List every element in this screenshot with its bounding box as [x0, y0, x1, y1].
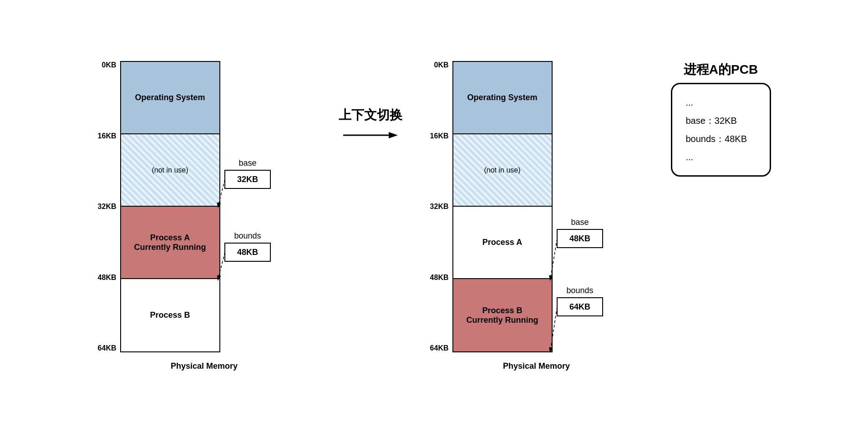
- svg-text:base: base: [239, 158, 256, 168]
- right-diagram-wrapper: 0KB 16KB 32KB 48KB 64KB Operating System…: [430, 61, 644, 371]
- main-container: 0KB 16KB 32KB 48KB 64KB Operating System…: [0, 43, 868, 389]
- context-switch-label: 上下文切换: [339, 107, 402, 124]
- right-memory-column: Operating System (not in use) Process A …: [452, 61, 553, 352]
- left-diagram-wrapper: 0KB 16KB 32KB 48KB 64KB Operating System…: [97, 61, 311, 371]
- left-memory-column: Operating System (not in use) Process A …: [120, 61, 220, 352]
- left-labels: 0KB 16KB 32KB 48KB 64KB: [97, 61, 120, 352]
- left-memory-with-labels: 0KB 16KB 32KB 48KB 64KB Operating System…: [97, 61, 311, 352]
- left-label-0kb: 0KB: [97, 61, 117, 69]
- pcb-line-1: base：32KB: [686, 112, 756, 130]
- center-arrow: 上下文切换: [339, 61, 402, 142]
- svg-text:48KB: 48KB: [237, 248, 258, 257]
- left-seg-unused: (not in use): [121, 134, 219, 207]
- svg-text:base: base: [571, 218, 589, 227]
- right-memory-with-labels: 0KB 16KB 32KB 48KB 64KB Operating System…: [430, 61, 644, 352]
- right-seg-unused: (not in use): [453, 134, 552, 207]
- pcb-line-3: ...: [686, 148, 756, 166]
- svg-text:bounds: bounds: [566, 286, 593, 295]
- pcb-area: 进程A的PCB ... base：32KB bounds：48KB ...: [671, 61, 771, 177]
- svg-text:bounds: bounds: [234, 231, 261, 240]
- right-label-48kb: 48KB: [430, 274, 449, 282]
- right-memory-label: Physical Memory: [503, 361, 570, 371]
- arrow-svg: [343, 128, 398, 142]
- svg-marker-9: [389, 132, 398, 138]
- left-label-16kb: 16KB: [97, 132, 117, 140]
- right-seg-process-b-active: Process B Currently Running: [453, 279, 552, 351]
- right-label-32kb: 32KB: [430, 203, 449, 211]
- left-label-48kb: 48KB: [97, 274, 117, 282]
- svg-text:32KB: 32KB: [237, 175, 258, 184]
- pcb-line-0: ...: [686, 93, 756, 112]
- pcb-line-2: bounds：48KB: [686, 130, 756, 148]
- right-memory-diagram: 0KB 16KB 32KB 48KB 64KB Operating System…: [430, 61, 644, 371]
- left-seg-os: Operating System: [121, 62, 219, 134]
- left-memory-diagram: 0KB 16KB 32KB 48KB 64KB Operating System…: [97, 61, 311, 371]
- right-labels: 0KB 16KB 32KB 48KB 64KB: [430, 61, 452, 352]
- right-seg-os: Operating System: [453, 62, 552, 134]
- right-seg-process-a: Process A: [453, 207, 552, 279]
- svg-text:64KB: 64KB: [569, 302, 590, 311]
- left-label-64kb: 64KB: [97, 344, 117, 352]
- left-memory-label: Physical Memory: [171, 361, 238, 371]
- left-seg-process-a-active: Process A Currently Running: [121, 207, 219, 279]
- pcb-box: ... base：32KB bounds：48KB ...: [671, 83, 771, 177]
- right-label-0kb: 0KB: [430, 61, 449, 69]
- left-seg-process-b: Process B: [121, 279, 219, 351]
- pcb-title: 进程A的PCB: [684, 61, 758, 78]
- right-label-16kb: 16KB: [430, 132, 449, 140]
- left-arrows-svg: base 32KB bounds 48KB: [220, 61, 311, 352]
- right-arrows-svg: base 48KB bounds 64KB: [553, 61, 644, 352]
- right-label-64kb: 64KB: [430, 344, 449, 352]
- svg-text:48KB: 48KB: [569, 234, 590, 243]
- left-label-32kb: 32KB: [97, 203, 117, 211]
